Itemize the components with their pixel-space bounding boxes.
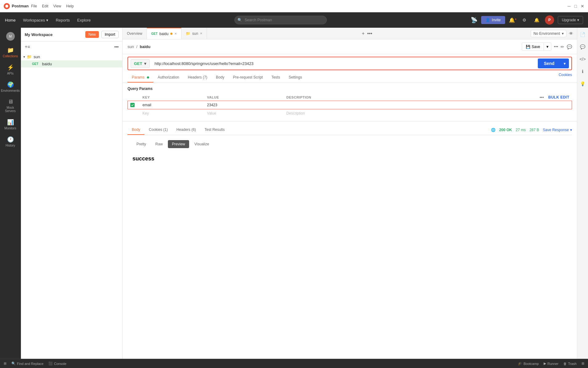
row-checkbox-cell[interactable]: [128, 101, 140, 109]
row-value-cell[interactable]: 23423: [205, 101, 284, 109]
more-tabs-icon[interactable]: •••: [367, 31, 372, 36]
request-baidu[interactable]: GET baidu: [21, 60, 122, 67]
eye-icon[interactable]: 👁: [569, 31, 573, 36]
tab-close-icon[interactable]: ✕: [174, 32, 177, 35]
new-button[interactable]: New: [85, 31, 99, 38]
menu-edit[interactable]: Edit: [42, 4, 48, 8]
env-controls: No Environment ▾ 👁: [527, 30, 577, 37]
save-dropdown-button[interactable]: ▾: [544, 43, 551, 51]
url-input[interactable]: [152, 59, 535, 68]
nav-workspaces[interactable]: Workspaces ▾: [23, 18, 48, 22]
import-button[interactable]: Import: [101, 31, 119, 38]
tab-baidu[interactable]: GET baidu ✕: [147, 28, 181, 39]
send-dropdown-button[interactable]: ▾: [561, 59, 569, 68]
bootcamp-button[interactable]: 🎓 Bootcamp: [518, 362, 539, 366]
nav-reports[interactable]: Reports: [56, 17, 70, 24]
menu-help[interactable]: Help: [66, 4, 74, 8]
filter-icon[interactable]: ≡: [27, 44, 30, 49]
trash-icon: 🗑: [563, 362, 567, 366]
subtab-raw[interactable]: Raw: [151, 140, 167, 148]
cookies-link[interactable]: Cookies: [559, 73, 572, 83]
minimize-icon[interactable]: ─: [568, 4, 571, 9]
notifications-icon[interactable]: 🔔●: [509, 17, 517, 23]
subtab-pretty[interactable]: Pretty: [132, 140, 150, 148]
res-tab-headers[interactable]: Headers (6): [172, 125, 200, 135]
req-tab-authorization[interactable]: Authorization: [153, 73, 184, 83]
tab-actions: + •••: [358, 31, 376, 36]
invite-button[interactable]: 👤 Invite: [481, 16, 505, 24]
code-icon[interactable]: </>: [578, 55, 587, 63]
empty-value-cell[interactable]: Value: [205, 109, 284, 118]
status-badge: 200 OK: [499, 128, 512, 132]
close-icon[interactable]: ✕: [581, 4, 584, 9]
avatar[interactable]: P: [545, 15, 554, 25]
comment-icon[interactable]: 💬: [578, 42, 587, 51]
req-tab-tests[interactable]: Tests: [267, 73, 284, 83]
empty-key-cell[interactable]: Key: [140, 109, 205, 118]
subtab-visualize[interactable]: Visualize: [190, 140, 213, 148]
runner-button[interactable]: ▶ Runner: [544, 362, 558, 366]
collection-sun[interactable]: ▾ 📁 sun: [21, 53, 122, 60]
sidebar-item-environments[interactable]: 🌍 Environments: [1, 79, 20, 95]
comment-icon[interactable]: 💬: [567, 44, 572, 49]
search-input[interactable]: [234, 16, 327, 24]
sidebar-item-mock-servers[interactable]: 🖥 Mock Servers: [1, 96, 20, 115]
method-selector[interactable]: GET ▾: [131, 59, 150, 68]
res-tab-cookies[interactable]: Cookies (1): [144, 125, 172, 135]
maximize-icon[interactable]: □: [574, 4, 577, 9]
environment-selector[interactable]: No Environment ▾: [531, 30, 566, 37]
tab-close-icon[interactable]: ✕: [200, 32, 202, 35]
res-tab-body[interactable]: Body: [128, 125, 144, 135]
breadcrumb: sun / baidu: [128, 44, 151, 49]
req-tab-prerequest[interactable]: Pre-request Script: [229, 73, 267, 83]
req-tab-params[interactable]: Params: [128, 73, 153, 83]
satellite-icon[interactable]: 📡: [471, 17, 477, 23]
req-tab-body[interactable]: Body: [212, 73, 229, 83]
row-desc-cell[interactable]: [284, 101, 572, 109]
trash-button[interactable]: 🗑 Trash: [563, 362, 577, 366]
sidebar-item-monitors[interactable]: 📊 Monitors: [1, 116, 20, 132]
sidebar-item-apis[interactable]: ⚡ APIs: [1, 62, 20, 78]
res-tab-test-results[interactable]: Test Results: [200, 125, 229, 135]
save-button[interactable]: 💾 Save: [522, 43, 544, 51]
request-actions: 💾 Save ▾ ••• ✏ 💬: [522, 42, 572, 51]
info-icon[interactable]: ℹ: [580, 67, 585, 76]
find-replace-button[interactable]: 🔍 Find and Replace: [11, 362, 43, 366]
nav-explore[interactable]: Explore: [77, 17, 91, 24]
add-tab-icon[interactable]: +: [362, 31, 365, 36]
settings-icon[interactable]: ⚙: [520, 16, 529, 24]
tab-overview[interactable]: Overview: [123, 28, 147, 39]
edit-icon[interactable]: ✏: [561, 44, 564, 49]
bell-icon[interactable]: 🔔: [533, 16, 541, 24]
checkbox[interactable]: [130, 103, 135, 107]
more-icon[interactable]: •••: [540, 95, 544, 99]
sidebar-icons: M 📁 Collections ⚡ APIs 🌍 Environments 🖥 …: [0, 28, 21, 359]
lightbulb-icon[interactable]: 💡: [578, 79, 587, 88]
req-tab-headers[interactable]: Headers (7): [184, 73, 212, 83]
upgrade-button[interactable]: Upgrade ▾: [558, 16, 583, 24]
subtab-preview[interactable]: Preview: [168, 140, 189, 148]
send-button[interactable]: Send: [538, 59, 561, 68]
empty-desc-cell[interactable]: Description: [284, 109, 572, 118]
sidebar-item-history[interactable]: 🕐 History: [1, 134, 20, 150]
workspace-avatar[interactable]: M: [6, 30, 15, 43]
layout-icon[interactable]: ⊞: [4, 362, 6, 366]
req-tab-settings[interactable]: Settings: [284, 73, 306, 83]
more-icon[interactable]: •••: [114, 45, 119, 49]
more-options-icon[interactable]: •••: [554, 44, 558, 49]
row-key-cell[interactable]: email: [140, 101, 205, 109]
expand-icon[interactable]: ⊞: [582, 362, 584, 366]
bulk-edit-button[interactable]: Bulk Edit: [548, 95, 570, 99]
menu-file[interactable]: File: [31, 4, 37, 8]
save-response-button[interactable]: Save Response ▾: [543, 128, 572, 132]
tab-sun[interactable]: 📁 sun ✕: [181, 28, 207, 39]
doc-icon[interactable]: 📄: [578, 30, 587, 39]
console-button[interactable]: ⬛ Console: [48, 362, 66, 366]
nav-home[interactable]: Home: [5, 17, 16, 24]
sidebar-item-collections[interactable]: 📁 Collections: [1, 44, 20, 60]
menu-view[interactable]: View: [53, 4, 61, 8]
navbar: Home Workspaces ▾ Reports Explore 🔍 📡 👤 …: [0, 12, 588, 28]
collections-icon: 📁: [7, 47, 14, 54]
titlebar: Postman File Edit View Help ─ □ ✕: [0, 0, 588, 12]
add-collection-icon[interactable]: +: [25, 44, 27, 50]
